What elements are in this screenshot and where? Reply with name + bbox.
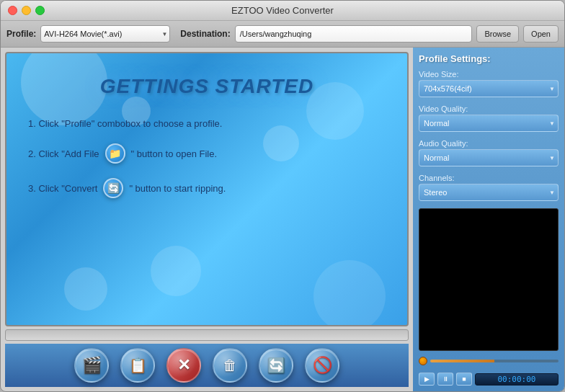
add-video-button[interactable]: 🎬	[74, 348, 109, 383]
add-file-button[interactable]: 📋	[120, 348, 155, 383]
delete-button[interactable]: 🗑	[213, 348, 247, 383]
instruction-1-text: 1. Click "Profile" combobox to choose a …	[28, 118, 222, 129]
video-controls: ▶ ⏸ ■ 00:00:00	[419, 373, 559, 386]
right-panel: Profile Settings: Video Size: 704x576(4c…	[413, 48, 564, 391]
refresh-button[interactable]: 🔄	[259, 348, 293, 383]
audio-quality-select-wrapper: Normal Low High Best	[419, 149, 559, 166]
profile-select[interactable]: AVI-H264 Movie(*.avi)	[40, 25, 170, 43]
video-size-section: Video Size: 704x576(4cif) 1280x720 1920x…	[419, 70, 559, 100]
instruction-3: 3. Click "Convert 🔄 " button to start ri…	[28, 178, 386, 198]
convert-icon: 🔄	[103, 178, 123, 198]
getting-started-title: GETTINGS STARTED	[100, 75, 314, 98]
traffic-lights	[8, 6, 45, 15]
minimize-button[interactable]	[22, 6, 31, 15]
profile-select-wrapper: AVI-H264 Movie(*.avi)	[40, 25, 170, 43]
video-area: GETTINGS STARTED 1. Click "Profile" comb…	[5, 52, 409, 326]
open-button[interactable]: Open	[523, 25, 559, 43]
instruction-3-text: 3. Click "Convert	[28, 183, 97, 194]
bottom-toolbar: 🎬 📋 ✕ 🗑 🔄 🚫	[5, 344, 409, 387]
scrubber-handle[interactable]	[419, 357, 427, 365]
audio-quality-label: Audio Quality:	[419, 139, 559, 148]
scrubber-track[interactable]	[430, 360, 559, 362]
video-quality-section: Video Quality: Normal Low High Best	[419, 104, 559, 135]
video-quality-select-wrapper: Normal Low High Best	[419, 115, 559, 132]
audio-quality-section: Audio Quality: Normal Low High Best	[419, 139, 559, 169]
profile-label: Profile:	[6, 29, 36, 39]
close-button[interactable]	[8, 6, 17, 15]
video-preview	[419, 208, 559, 351]
instruction-2: 2. Click "Add File 📁 " button to open Fi…	[28, 143, 386, 164]
main-window: EZTOO Video Converter Profile: AVI-H264 …	[0, 0, 565, 392]
video-quality-select[interactable]: Normal Low High Best	[419, 115, 559, 132]
instruction-2b-text: " button to open File.	[131, 148, 218, 159]
toolbar: Profile: AVI-H264 Movie(*.avi) Destinati…	[1, 21, 564, 48]
audio-quality-select[interactable]: Normal Low High Best	[419, 149, 559, 166]
destination-path: /Users/wangzhuqing	[235, 25, 473, 43]
instructions: 1. Click "Profile" combobox to choose a …	[28, 118, 386, 213]
video-size-select[interactable]: 704x576(4cif) 1280x720 1920x1080 640x480	[419, 80, 559, 97]
channels-label: Channels:	[419, 174, 559, 182]
progress-bar	[5, 329, 409, 341]
scrubber-row	[419, 357, 559, 365]
time-display: 00:00:00	[475, 373, 559, 386]
video-quality-label: Video Quality:	[419, 104, 559, 113]
instruction-1: 1. Click "Profile" combobox to choose a …	[28, 118, 386, 129]
instruction-3b-text: " button to start ripping.	[129, 183, 226, 194]
channels-select-wrapper: Stereo Mono 5.1	[419, 184, 559, 201]
channels-select[interactable]: Stereo Mono 5.1	[419, 184, 559, 201]
channels-section: Channels: Stereo Mono 5.1	[419, 174, 559, 204]
browse-button[interactable]: Browse	[476, 25, 519, 43]
add-file-icon: 📁	[105, 143, 125, 164]
destination-label: Destination:	[180, 29, 230, 39]
video-size-label: Video Size:	[419, 70, 559, 79]
cancel-button[interactable]: ✕	[166, 348, 201, 383]
play-button[interactable]: ▶	[419, 373, 435, 386]
main-content: GETTINGS STARTED 1. Click "Profile" comb…	[1, 48, 564, 391]
video-size-select-wrapper: 704x576(4cif) 1280x720 1920x1080 640x480	[419, 80, 559, 97]
title-bar: EZTOO Video Converter	[1, 1, 564, 21]
instruction-2-text: 2. Click "Add File	[28, 148, 99, 159]
left-panel: GETTINGS STARTED 1. Click "Profile" comb…	[1, 48, 413, 391]
stop-video-button[interactable]: ■	[456, 373, 472, 386]
settings-title: Profile Settings:	[419, 53, 559, 64]
window-title: EZTOO Video Converter	[231, 5, 334, 16]
pause-button[interactable]: ⏸	[437, 373, 453, 386]
maximize-button[interactable]	[35, 6, 45, 15]
stop-button[interactable]: 🚫	[305, 348, 339, 383]
